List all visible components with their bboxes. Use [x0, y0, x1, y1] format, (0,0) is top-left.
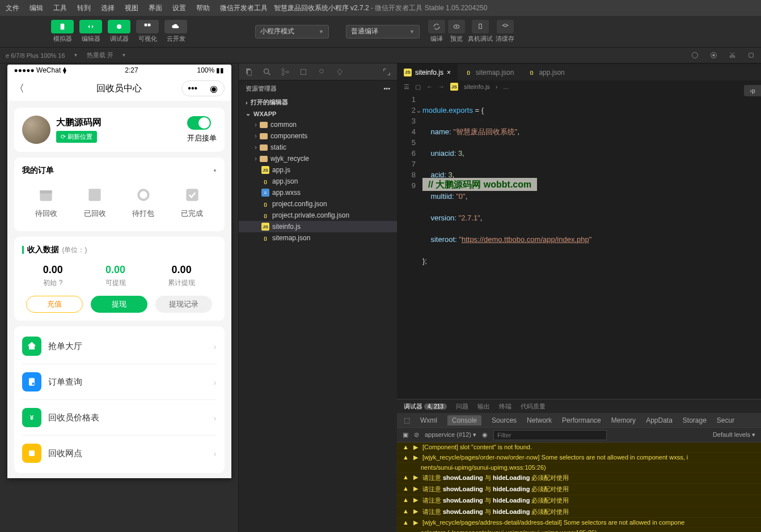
phone-simulator[interactable]: ●●●●● WeChat ⧫ 2:27 100% ▮▮ 〈 回收员中心 ••• … [7, 65, 231, 478]
help-icon[interactable]: ? [59, 279, 63, 287]
eye-icon[interactable]: ◉ [482, 431, 488, 439]
record-icon[interactable] [709, 51, 718, 59]
file-project-private[interactable]: {}project.private.config.json [239, 210, 397, 221]
list-icon[interactable]: ☰ [404, 83, 409, 91]
context-selector[interactable]: appservice (#12) ▾ [425, 431, 476, 439]
breadcrumb-item[interactable]: siteinfo.js [464, 83, 490, 90]
folder-components[interactable]: ›components [239, 130, 397, 142]
cut-icon[interactable] [728, 51, 737, 59]
clear-console-icon[interactable]: ⊘ [414, 431, 419, 439]
back-button[interactable]: 〈 [14, 82, 24, 95]
compile-button[interactable]: 编译 [428, 20, 445, 43]
inspect-icon[interactable]: ⬚ [404, 416, 410, 424]
refresh-icon[interactable] [691, 51, 699, 59]
menu-wechat-devtools[interactable]: 微信开发者工具 [220, 3, 268, 13]
menu-goto[interactable]: 转到 [77, 3, 91, 13]
tab-problems[interactable]: 问题 [456, 402, 468, 411]
debugger-toggle[interactable]: 调试器 [108, 20, 130, 43]
tab-output[interactable]: 输出 [477, 402, 490, 411]
git-icon[interactable] [281, 67, 290, 76]
order-pending[interactable]: 待回收 [35, 186, 57, 219]
real-debug-button[interactable]: 真机调试 [468, 20, 493, 43]
tab-memory[interactable]: Memory [611, 416, 636, 424]
tab-siteinfo[interactable]: JSsiteinfo.js× [397, 64, 458, 81]
mode-dropdown[interactable]: 小程序模式▼ [255, 25, 329, 39]
open-editors-section[interactable]: ›打开的编辑器 [239, 96, 397, 108]
recharge-button[interactable]: 充值 [26, 296, 83, 313]
tab-storage[interactable]: Storage [683, 416, 707, 424]
order-collected[interactable]: 已回收 [84, 186, 106, 219]
console-filter[interactable] [493, 430, 607, 440]
tab-sources[interactable]: Sources [492, 416, 517, 424]
file-siteinfo[interactable]: JSsiteinfo.js [239, 221, 397, 232]
file-app-json[interactable]: {}app.json [239, 176, 397, 187]
menu-dots-icon[interactable]: ••• [188, 83, 197, 93]
nav-back-icon[interactable]: ← [426, 83, 433, 90]
withdraw-records-button[interactable]: 提现记录 [155, 296, 212, 313]
file-sitemap[interactable]: {}sitemap.json [239, 232, 397, 244]
withdraw-button[interactable]: 提现 [91, 296, 147, 313]
expand-icon[interactable] [382, 67, 391, 76]
menu-grab-orders[interactable]: 抢单大厅› [22, 329, 217, 364]
accept-orders-toggle[interactable] [187, 116, 211, 130]
tab-console[interactable]: Console [447, 415, 481, 425]
refresh-location-button[interactable]: ⟳刷新位置 [56, 131, 97, 143]
tab-terminal[interactable]: 终端 [499, 402, 511, 411]
tab-debugger[interactable]: 调试器 4, 213 [404, 402, 447, 411]
menu-order-query[interactable]: 订单查询› [22, 364, 217, 400]
visualize-toggle[interactable]: 可视化 [136, 20, 159, 43]
breadcrumb-item[interactable]: ... [504, 83, 509, 90]
sidebar-toggle-icon[interactable]: ▣ [403, 431, 408, 439]
menu-file[interactable]: 文件 [6, 3, 19, 13]
more-icon[interactable]: • [214, 166, 217, 175]
file-app-wxss[interactable]: ≡app.wxss [239, 187, 397, 198]
menu-tools[interactable]: 工具 [53, 3, 67, 13]
folder-common[interactable]: ›common [239, 119, 397, 130]
code-editor[interactable]: 123456789 ⌄module.exports = { name: "智慧废… [397, 93, 761, 399]
right-peek-tab[interactable]: › p [744, 85, 761, 96]
levels-dropdown[interactable]: Default levels ▾ [713, 431, 755, 439]
tab-appdata[interactable]: AppData [646, 416, 673, 424]
close-icon[interactable]: × [447, 69, 451, 76]
file-project-config[interactable]: {}project.config.json [239, 198, 397, 210]
menu-view[interactable]: 视图 [125, 3, 138, 13]
menu-edit[interactable]: 编辑 [29, 3, 43, 13]
rotate-icon[interactable] [747, 51, 755, 59]
diamond-icon[interactable] [335, 67, 344, 76]
cert-icon[interactable] [317, 67, 326, 76]
more-icon[interactable]: ••• [383, 85, 390, 92]
nav-fwd-icon[interactable]: → [438, 83, 445, 90]
device-selector[interactable]: e 6/7/8 Plus 100% 16 [6, 52, 65, 59]
menu-select[interactable]: 选择 [101, 3, 115, 13]
compile-dropdown[interactable]: 普通编译▼ [346, 25, 420, 39]
console-log[interactable]: ▲▶[Component] slot "content" is not foun… [397, 442, 761, 532]
order-complete[interactable]: 已完成 [181, 186, 203, 219]
menu-ui[interactable]: 界面 [149, 3, 162, 13]
cloud-toggle[interactable]: 云开发 [164, 20, 187, 43]
menu-price-table[interactable]: ¥回收员价格表› [22, 400, 217, 436]
editor-toggle[interactable]: 编辑器 [79, 20, 102, 43]
code-content[interactable]: ⌄module.exports = { name: "智慧废品回收系统", un… [422, 93, 761, 399]
folder-static[interactable]: ›static [239, 142, 397, 153]
tab-wxml[interactable]: Wxml [420, 416, 437, 424]
menu-settings[interactable]: 设置 [172, 3, 186, 13]
root-section[interactable]: ⌄WXAPP [239, 108, 397, 119]
folder-wjyk[interactable]: ›wjyk_recycle [239, 153, 397, 164]
menu-sites[interactable]: 回收网点› [22, 436, 217, 471]
search-icon[interactable] [263, 67, 272, 76]
hot-reload-toggle[interactable]: 热重载 开 [87, 51, 113, 59]
simulator-toggle[interactable]: 模拟器 [51, 20, 74, 43]
file-app-js[interactable]: JSapp.js [239, 164, 397, 176]
preview-button[interactable]: 预览 [448, 20, 465, 43]
capsule-button[interactable]: ••• ◉ [181, 80, 225, 96]
order-packing[interactable]: 待打包 [132, 186, 154, 219]
package-icon[interactable] [299, 67, 308, 76]
tab-app-json[interactable]: {}app.json [521, 64, 571, 81]
tab-sitemap[interactable]: {}sitemap.json [458, 64, 521, 81]
tab-security[interactable]: Secur [717, 416, 734, 424]
fold-icon[interactable]: ⌄ [416, 105, 422, 116]
tab-quality[interactable]: 代码质量 [521, 402, 546, 411]
tab-network[interactable]: Network [527, 416, 552, 424]
menu-help[interactable]: 帮助 [196, 3, 210, 13]
avatar[interactable] [22, 116, 50, 144]
